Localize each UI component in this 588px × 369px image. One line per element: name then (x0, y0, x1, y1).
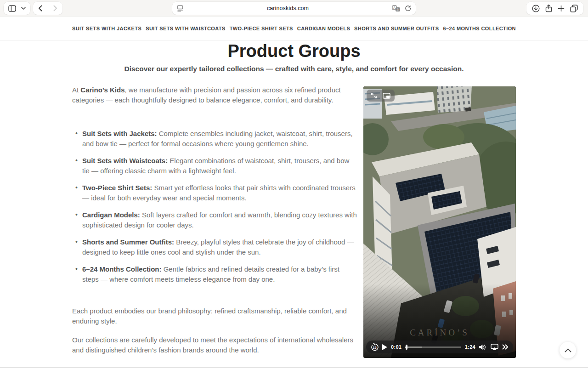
main-content: At Carino’s Kids, we manufacture with pr… (72, 85, 516, 358)
address-bar[interactable]: carinoskids.com A文 (172, 2, 416, 15)
list-item: Two-Piece Shirt Sets: Smart yet effortle… (82, 183, 357, 203)
nav-item-cardigan-models[interactable]: CARDIGAN MODELS (297, 26, 350, 31)
chevron-down-icon[interactable] (21, 7, 26, 10)
share-icon[interactable] (545, 4, 552, 12)
list-item: Cardigan Models: Soft layers crafted for… (82, 210, 357, 230)
nav-item-suit-sets-with-jackets[interactable]: SUIT SETS WITH JACKETS (72, 26, 141, 31)
site-navigation: SUIT SETS WITH JACKETS SUIT SETS WITH WA… (0, 17, 588, 40)
fullscreen-icon[interactable] (371, 92, 377, 99)
list-item: Suit Sets with Waistcoats: Elegant combi… (82, 156, 357, 176)
rewind-15-icon[interactable]: 15 (371, 343, 379, 351)
section-divider (0, 367, 588, 368)
list-item: Shorts and Summer Outfits: Breezy, playf… (82, 237, 357, 257)
factory-aerial-video-frame (363, 86, 516, 358)
video-progress-played (405, 346, 406, 348)
video-buffer-bar (405, 346, 422, 348)
page-subtitle: Discover our expertly tailored collectio… (0, 65, 588, 73)
tab-overview-icon[interactable] (570, 5, 578, 12)
list-item: Suit Sets with Jackets: Complete ensembl… (82, 129, 357, 148)
downloads-icon[interactable] (532, 5, 540, 12)
sidebar-icon[interactable] (8, 5, 16, 12)
volume-icon[interactable] (479, 344, 487, 350)
pip-icon[interactable] (383, 93, 390, 99)
toolbar-actions (526, 2, 583, 15)
scrubber-thumb[interactable] (406, 345, 407, 350)
brand-name: Carino’s Kids (80, 86, 124, 94)
browser-toolbar: carinoskids.com A文 (0, 0, 588, 17)
factory-video-player[interactable]: CARİNO’S 15 0:01 1:24 (363, 86, 516, 358)
closing-paragraph-1: Each product embodies our brand philosop… (72, 306, 357, 326)
play-icon[interactable] (382, 344, 387, 350)
scroll-to-top-button[interactable] (560, 342, 576, 358)
chevron-up-icon (565, 348, 571, 352)
back-icon[interactable] (38, 5, 42, 11)
sidebar-controls (4, 2, 30, 15)
list-item: 6–24 Months Collection: Gentle fabrics a… (82, 264, 357, 284)
history-controls (33, 2, 62, 15)
reload-icon[interactable] (405, 5, 411, 12)
airplay-icon[interactable] (491, 344, 498, 350)
divider (48, 5, 48, 12)
svg-text:15: 15 (373, 346, 377, 349)
video-watermark: CARİNO’S (363, 328, 516, 338)
nav-item-6-24-months-collection[interactable]: 6–24 MONTHS COLLECTION (443, 26, 516, 31)
duration: 1:24 (465, 344, 475, 350)
page-title: Product Groups (0, 40, 588, 62)
nav-item-two-piece-shirt-sets[interactable]: TWO-PIECE SHIRT SETS (230, 26, 293, 31)
nav-item-suit-sets-with-waistcoats[interactable]: SUIT SETS WITH WAISTCOATS (146, 26, 226, 31)
url-text: carinoskids.com (184, 5, 392, 11)
video-scrubber[interactable] (405, 346, 461, 348)
new-tab-icon[interactable] (558, 5, 565, 12)
page-settings-icon[interactable] (177, 5, 184, 11)
description-column: At Carino’s Kids, we manufacture with pr… (72, 85, 357, 358)
current-time: 0:01 (391, 344, 401, 350)
skip-forward-icon[interactable] (502, 344, 509, 350)
product-groups-list: Suit Sets with Jackets: Complete ensembl… (72, 129, 357, 284)
closing-paragraph-2: Our collections are carefully developed … (72, 335, 357, 355)
intro-paragraph: At Carino’s Kids, we manufacture with pr… (72, 85, 357, 105)
video-overlay-controls (367, 90, 395, 102)
svg-text:文: 文 (396, 8, 400, 11)
svg-text:A: A (393, 6, 396, 9)
hero-section: Product Groups Discover our expertly tai… (0, 40, 588, 73)
translate-icon[interactable]: A文 (392, 5, 401, 12)
video-control-bar: 15 0:01 1:24 (366, 341, 513, 353)
nav-item-shorts-and-summer-outfits[interactable]: SHORTS AND SUMMER OUTFITS (354, 26, 439, 31)
forward-icon[interactable] (53, 5, 57, 11)
